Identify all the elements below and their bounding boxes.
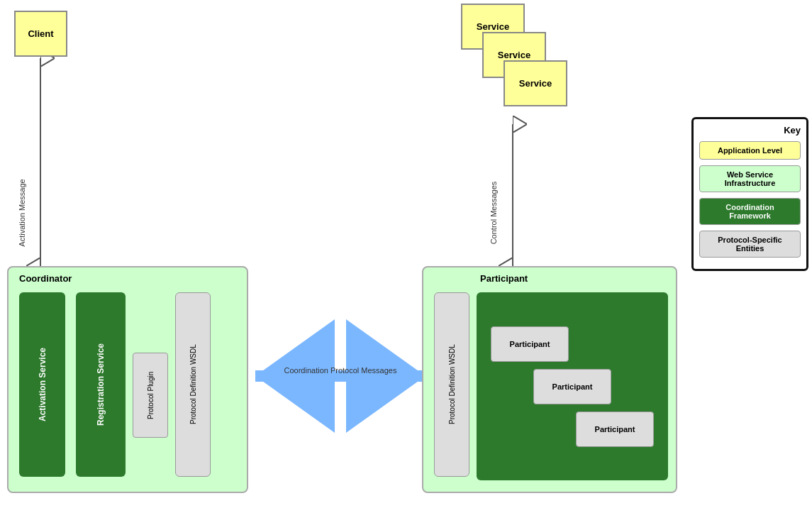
service-box-3: Service bbox=[504, 60, 567, 106]
key-item-webservice: Web Service Infrastructure bbox=[699, 165, 801, 192]
diagram-area: Activation Message Control Messages Coor… bbox=[0, 0, 681, 508]
participant-container: Participant Protocol Definition WSDL Par… bbox=[422, 266, 677, 493]
activation-service-box: Activation Service bbox=[19, 292, 65, 477]
key-panel: Key Application Level Web Service Infras… bbox=[691, 117, 808, 271]
activation-message-label: Activation Message bbox=[18, 179, 26, 246]
key-item-application: Application Level bbox=[699, 141, 801, 160]
participant-sub-2: Participant bbox=[533, 369, 611, 404]
service-stack: Service Service Service bbox=[461, 4, 603, 124]
participant-sub-1: Participant bbox=[491, 326, 569, 362]
coordinator-container: Coordinator Activation Service Registrat… bbox=[7, 266, 248, 493]
protocol-wsdl-part-box: Protocol Definition WSDL bbox=[434, 292, 469, 477]
client-box: Client bbox=[14, 11, 67, 57]
control-messages-label: Control Messages bbox=[489, 181, 498, 244]
registration-service-box: Registration Service bbox=[76, 292, 126, 477]
key-title: Key bbox=[699, 125, 801, 136]
key-item-protocol: Protocol-Specific Entities bbox=[699, 231, 801, 258]
client-label: Client bbox=[28, 28, 53, 39]
protocol-wsdl-coord-box: Protocol Definition WSDL bbox=[175, 292, 211, 477]
protocol-plugin-box: Protocol Plugin bbox=[133, 353, 168, 438]
participant-label: Participant bbox=[480, 273, 528, 284]
key-item-coordination: Coordination Framework bbox=[699, 198, 801, 225]
participant-sub-3: Participant bbox=[576, 412, 654, 447]
coord-protocol-label: Coordination Protocol Messages bbox=[284, 366, 397, 375]
participant-inner-box: Participant Participant Participant bbox=[477, 292, 668, 480]
coordinator-label: Coordinator bbox=[19, 273, 72, 284]
